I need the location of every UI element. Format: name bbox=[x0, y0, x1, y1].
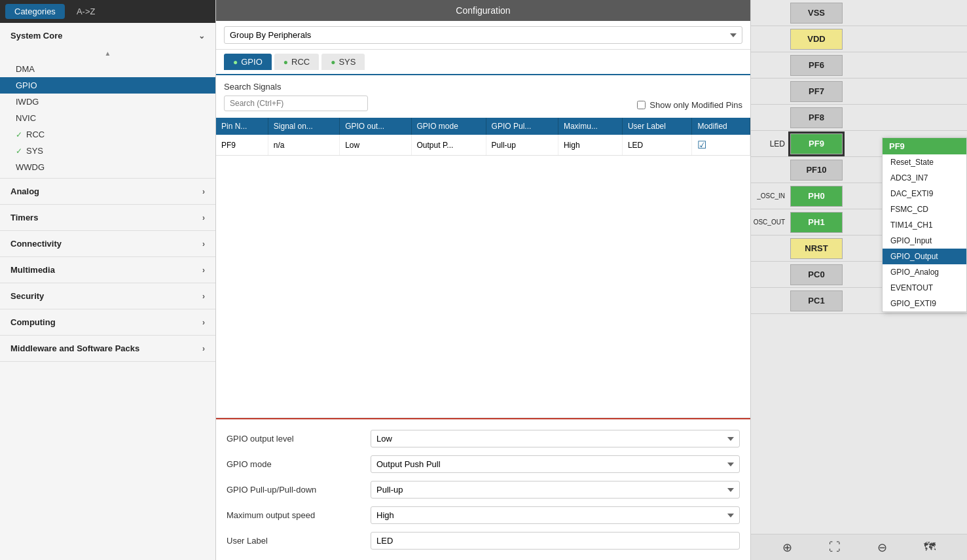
context-menu-item-dac[interactable]: DAC_EXTI9 bbox=[883, 186, 966, 201]
rcc-tab-check-icon: ● bbox=[283, 58, 288, 67]
sidebar-item-sys[interactable]: ✓ SYS bbox=[0, 143, 215, 159]
cell-signal: n/a bbox=[268, 135, 339, 156]
computing-chevron-icon: › bbox=[202, 318, 205, 327]
iwdg-label: IWDG bbox=[16, 97, 39, 107]
section-security-label: Security bbox=[10, 291, 44, 301]
tab-rcc-button[interactable]: ● RCC bbox=[274, 54, 319, 70]
gpio-table-container: Pin N... Signal on... GPIO out... GPIO m… bbox=[216, 118, 750, 418]
zoom-in-button[interactable]: ⊕ bbox=[777, 538, 797, 557]
sidebar-item-nvic[interactable]: NVIC bbox=[0, 110, 215, 126]
sidebar-item-gpio[interactable]: GPIO bbox=[0, 77, 215, 94]
pin-box-vdd[interactable]: VDD bbox=[790, 29, 843, 50]
analog-chevron-icon: › bbox=[202, 187, 205, 196]
sys-tab-label: SYS bbox=[338, 57, 356, 67]
timers-chevron-icon: › bbox=[202, 213, 205, 222]
context-menu-item-gpio-analog[interactable]: GPIO_Analog bbox=[883, 264, 966, 280]
section-connectivity-header[interactable]: Connectivity › bbox=[0, 231, 215, 256]
pin-box-pf10[interactable]: PF10 bbox=[790, 160, 843, 181]
config-header: Configuration bbox=[216, 0, 750, 21]
pin-box-vss[interactable]: VSS bbox=[790, 3, 843, 24]
pin-box-ph0[interactable]: PH0 bbox=[790, 186, 843, 207]
security-chevron-icon: › bbox=[202, 292, 205, 301]
pin-box-pf9[interactable]: PF9 bbox=[790, 133, 843, 154]
pin-row-vss: VSS bbox=[751, 0, 967, 26]
context-menu-item-eventout[interactable]: EVENTOUT bbox=[883, 280, 966, 296]
context-menu-header: PF9 bbox=[883, 138, 966, 154]
prop-gpio-mode-select[interactable]: Output Push Pull bbox=[371, 455, 740, 473]
pin-box-pc1[interactable]: PC1 bbox=[790, 290, 843, 311]
sidebar-item-dma[interactable]: DMA bbox=[0, 61, 215, 77]
table-row[interactable]: PF9 n/a Low Output P... Pull-up High LED… bbox=[216, 135, 750, 156]
context-menu-item-gpio-output[interactable]: GPIO_Output bbox=[883, 249, 966, 264]
section-middleware: Middleware and Software Packs › bbox=[0, 336, 215, 362]
context-menu-item-gpio-input[interactable]: GPIO_Input bbox=[883, 233, 966, 249]
pin-box-pf8[interactable]: PF8 bbox=[790, 107, 843, 128]
tab-a-z[interactable]: A->Z bbox=[67, 4, 105, 19]
tab-sys-button[interactable]: ● SYS bbox=[321, 54, 365, 70]
sys-tab-check-icon: ● bbox=[331, 58, 335, 67]
pin-box-ph1[interactable]: PH1 bbox=[790, 212, 843, 233]
section-analog-header[interactable]: Analog › bbox=[0, 179, 215, 204]
context-menu-item-adc3[interactable]: ADC3_IN7 bbox=[883, 170, 966, 186]
rcc-check-icon: ✓ bbox=[16, 130, 22, 139]
section-system-core-header[interactable]: System Core ⌄ bbox=[0, 23, 215, 48]
context-menu-item-gpio-exti9[interactable]: GPIO_EXTI9 bbox=[883, 296, 966, 311]
show-modified-label: Show only Modified Pins bbox=[649, 100, 742, 110]
show-modified-checkbox[interactable] bbox=[637, 101, 646, 109]
col-max-speed[interactable]: Maximu... bbox=[558, 118, 622, 135]
col-gpio-mode[interactable]: GPIO mode bbox=[411, 118, 486, 135]
pin-box-pf6[interactable]: PF6 bbox=[790, 55, 843, 76]
context-menu-item-fsmc[interactable]: FSMC_CD bbox=[883, 201, 966, 217]
prop-user-label-input[interactable] bbox=[371, 532, 740, 550]
prop-pull-select[interactable]: Pull-up bbox=[371, 481, 740, 499]
pin-label-pf9-left: LED bbox=[751, 139, 790, 149]
main-content: Configuration Group By Peripherals ● GPI… bbox=[216, 0, 751, 560]
col-user-label[interactable]: User Label bbox=[622, 118, 692, 135]
prop-output-level-select[interactable]: Low bbox=[371, 430, 740, 447]
chip-bottom-toolbar: ⊕ ⛶ ⊖ 🗺 bbox=[751, 534, 967, 560]
section-timers-header[interactable]: Timers › bbox=[0, 205, 215, 230]
section-middleware-header[interactable]: Middleware and Software Packs › bbox=[0, 336, 215, 361]
section-security-header[interactable]: Security › bbox=[0, 283, 215, 309]
frame-button[interactable]: ⛶ bbox=[824, 538, 846, 557]
context-menu-item-tim14[interactable]: TIM14_CH1 bbox=[883, 217, 966, 233]
system-core-items: DMA GPIO IWDG NVIC ✓ RCC ✓ SYS WWDG bbox=[0, 58, 215, 178]
section-analog: Analog › bbox=[0, 179, 215, 205]
rcc-tab-label: RCC bbox=[291, 57, 310, 67]
gpio-tab-check-icon: ● bbox=[233, 58, 238, 67]
context-menu-item-reset[interactable]: Reset_State bbox=[883, 154, 966, 170]
prop-pull-label: GPIO Pull-up/Pull-down bbox=[227, 485, 371, 495]
cell-gpio-pull: Pull-up bbox=[486, 135, 558, 156]
prop-row-pull: GPIO Pull-up/Pull-down Pull-up bbox=[227, 481, 740, 499]
col-modified[interactable]: Modified bbox=[692, 118, 750, 135]
section-multimedia-label: Multimedia bbox=[10, 265, 55, 275]
tab-categories[interactable]: Categories bbox=[5, 4, 65, 19]
col-pin-number[interactable]: Pin N... bbox=[216, 118, 268, 135]
pin-box-pc0[interactable]: PC0 bbox=[790, 264, 843, 285]
sidebar-item-rcc[interactable]: ✓ RCC bbox=[0, 126, 215, 143]
gpio-label: GPIO bbox=[16, 80, 37, 90]
group-by-select[interactable]: Group By Peripherals bbox=[224, 26, 742, 44]
chevron-down-icon: ⌄ bbox=[198, 31, 205, 41]
zoom-out-button[interactable]: ⊖ bbox=[872, 538, 892, 557]
section-multimedia-header[interactable]: Multimedia › bbox=[0, 257, 215, 283]
col-gpio-pull[interactable]: GPIO Pul... bbox=[486, 118, 558, 135]
pin-box-pf7[interactable]: PF7 bbox=[790, 81, 843, 102]
cell-gpio-mode: Output P... bbox=[411, 135, 486, 156]
section-computing-header[interactable]: Computing › bbox=[0, 309, 215, 335]
col-gpio-output[interactable]: GPIO out... bbox=[340, 118, 411, 135]
prop-row-gpio-mode: GPIO mode Output Push Pull bbox=[227, 455, 740, 473]
search-input[interactable] bbox=[224, 96, 368, 111]
search-area: Search Signals Show only Modified Pins bbox=[216, 75, 750, 118]
pin-box-nrst[interactable]: NRST bbox=[790, 238, 843, 259]
map-button[interactable]: 🗺 bbox=[919, 538, 941, 557]
section-connectivity: Connectivity › bbox=[0, 231, 215, 257]
tab-gpio-button[interactable]: ● GPIO bbox=[224, 54, 272, 70]
rcc-label: RCC bbox=[26, 130, 45, 139]
sidebar-item-wwdg[interactable]: WWDG bbox=[0, 159, 215, 175]
context-menu: PF9 Reset_State ADC3_IN7 DAC_EXTI9 FSMC_… bbox=[882, 137, 967, 312]
sidebar-item-iwdg[interactable]: IWDG bbox=[0, 94, 215, 110]
wwdg-label: WWDG bbox=[16, 162, 45, 172]
col-signal[interactable]: Signal on... bbox=[268, 118, 339, 135]
prop-max-speed-select[interactable]: High bbox=[371, 506, 740, 524]
